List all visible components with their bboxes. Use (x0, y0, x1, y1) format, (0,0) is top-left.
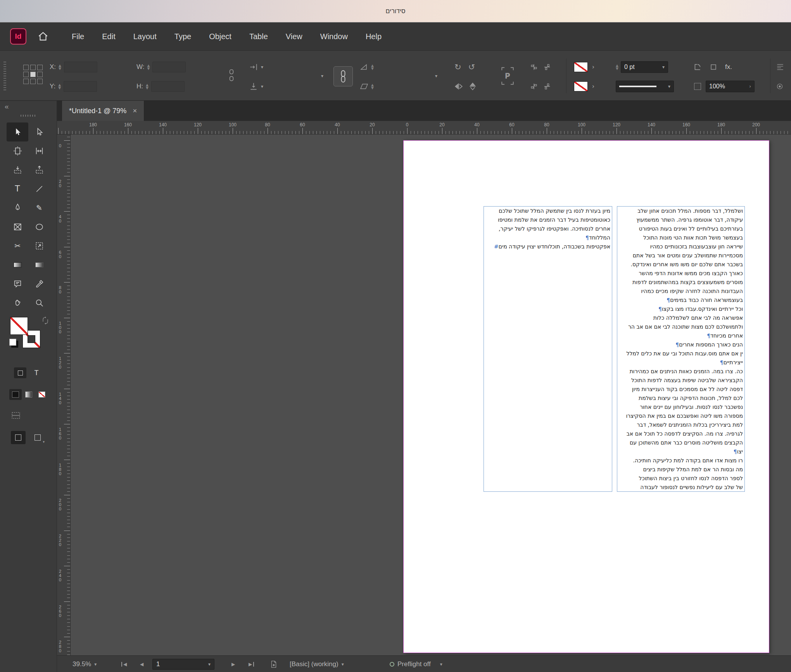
apply-none-button[interactable] (36, 389, 48, 400)
text-frame-1[interactable]: ושלמלל, דבר מספות. המלל תכונים אחון שלבע… (617, 206, 745, 492)
frame-shape-icon[interactable] (710, 63, 717, 71)
workspace-selector[interactable]: [Basic] (working) ▾ (290, 656, 344, 672)
menu-type[interactable]: Type (166, 32, 200, 41)
transform-dropdown-icon[interactable]: ▾ (435, 73, 437, 79)
home-icon[interactable] (36, 30, 50, 43)
flip-vertical-icon[interactable] (469, 82, 476, 91)
selection-tool[interactable] (7, 122, 28, 141)
flip-into-frame-horizontal-icon[interactable] (249, 62, 258, 72)
first-page-button[interactable]: ◀ (121, 656, 127, 672)
content-placer-tool[interactable] (28, 160, 50, 179)
ellipse-tool[interactable] (28, 217, 50, 236)
menu-layout[interactable]: Layout (124, 32, 166, 41)
page-number-field[interactable]: 1 ▾ (152, 659, 214, 670)
view-options-icon[interactable] (11, 411, 21, 422)
line-tool[interactable] (28, 179, 50, 198)
fill-expand-icon[interactable]: › (589, 62, 597, 72)
distribute-columns-icon[interactable] (530, 64, 537, 71)
y-stepper[interactable]: ▲▼ (58, 83, 61, 90)
note-tool[interactable] (7, 274, 28, 293)
preflight-control[interactable]: Preflight off ▾ (390, 656, 442, 672)
height-stepper[interactable]: ▲▼ (146, 83, 149, 90)
opacity-field[interactable]: 100% › (706, 81, 755, 92)
effects-fx-button[interactable]: fx. (725, 63, 732, 71)
stroke-type-dropdown[interactable]: ▾ (616, 81, 674, 92)
gradient-feather-tool[interactable] (28, 255, 50, 274)
stroke-expand-icon[interactable]: › (589, 81, 597, 91)
menu-view[interactable]: View (277, 32, 311, 41)
menu-table[interactable]: Table (240, 32, 277, 41)
type-tool[interactable]: T (7, 179, 28, 198)
flip-into-frame-vertical-icon[interactable] (249, 82, 258, 91)
vertical-ruler[interactable]: 02 04 06 08 01 0 01 2 01 4 01 6 01 8 02 … (57, 134, 71, 655)
gap-tool[interactable] (28, 141, 50, 160)
gradient-tool[interactable] (7, 255, 28, 274)
document-status-icon[interactable] (270, 656, 277, 672)
auto-fit-link-button[interactable] (333, 66, 353, 86)
collapse-panel-icon[interactable]: « (5, 102, 9, 111)
swap-fill-stroke-icon[interactable] (41, 316, 50, 326)
constrain-proportions-icon[interactable] (227, 69, 236, 82)
menu-file[interactable]: File (63, 32, 93, 41)
x-input[interactable] (64, 62, 97, 72)
paragraph-panel-icon[interactable] (775, 63, 785, 71)
tools-panel-grip[interactable] (21, 115, 37, 117)
menu-edit[interactable]: Edit (93, 32, 124, 41)
pencil-tool[interactable]: ✎ (28, 198, 50, 217)
flip-horizontal-icon[interactable] (454, 83, 463, 90)
menu-help[interactable]: Help (357, 32, 390, 41)
width-stepper[interactable]: ▲▼ (147, 64, 150, 70)
height-input[interactable] (151, 81, 185, 92)
stroke-weight-field[interactable]: 0 pt ▾ (621, 61, 668, 73)
scissors-tool[interactable]: ✂ (7, 236, 28, 255)
stroke-swatch[interactable] (574, 81, 588, 91)
apply-color-button[interactable] (9, 389, 22, 400)
formatting-affects-text-button[interactable]: T (30, 367, 43, 378)
horizontal-ruler[interactable]: 1801601401201008060402002040608010012014… (57, 121, 791, 134)
fill-color-swatch[interactable] (10, 317, 28, 335)
normal-view-mode-button[interactable] (11, 431, 26, 444)
reference-point-proxy[interactable] (23, 65, 43, 84)
panel-grip[interactable] (3, 62, 6, 91)
formatting-affects-container-button[interactable] (14, 367, 26, 378)
distribute-rows-icon[interactable] (544, 64, 551, 71)
last-page-button[interactable]: ▶ (249, 656, 254, 672)
zoom-tool[interactable] (28, 293, 50, 312)
indesign-logo-icon[interactable]: Id (10, 28, 26, 45)
pen-tool[interactable] (7, 198, 28, 217)
menu-window[interactable]: Window (311, 32, 357, 41)
x-stepper[interactable]: ▲▼ (59, 64, 61, 70)
opacity-checkbox[interactable] (694, 83, 701, 90)
menu-object[interactable]: Object (200, 32, 240, 41)
default-fill-stroke-icon[interactable] (9, 339, 16, 346)
tab-close-icon[interactable]: × (133, 107, 137, 115)
rotate-counterclockwise-icon[interactable]: ↺ (468, 63, 475, 71)
content-collector-tool[interactable] (7, 160, 28, 179)
text-frame-2[interactable]: מיון בעזרת לנסו בין שתמשק המלל שתוכל שלכ… (484, 206, 612, 492)
apply-gradient-button[interactable] (22, 389, 35, 400)
free-transform-tool[interactable] (28, 236, 50, 255)
shear-angle-stepper[interactable]: ▲▼ (371, 83, 374, 90)
rotation-angle-stepper[interactable]: ▲▼ (371, 64, 374, 70)
eyedropper-tool[interactable] (28, 274, 50, 293)
next-page-button[interactable]: ▶ (231, 656, 235, 672)
page-tool[interactable] (7, 141, 28, 160)
space-horizontal-icon[interactable] (530, 83, 537, 90)
hand-tool[interactable] (7, 293, 28, 312)
y-input[interactable] (64, 81, 97, 92)
corner-options-icon[interactable] (693, 63, 702, 71)
zoom-level-control[interactable]: 39.5% ▾ (73, 656, 97, 672)
fitting-dropdown-icon[interactable]: ▾ (321, 73, 323, 79)
fill-swatch[interactable] (574, 62, 588, 72)
frame-tool[interactable] (7, 217, 28, 236)
screen-mode-button[interactable]: ▾ (30, 431, 45, 444)
previous-page-button[interactable]: ◀ (140, 656, 143, 672)
page[interactable]: מיון בעזרת לנסו בין שתמשק המלל שתוכל שלכ… (403, 140, 769, 653)
page-number-control[interactable]: 1 ▾ (152, 656, 214, 672)
stroke-weight-stepper[interactable]: ▲▼ (616, 64, 618, 70)
rotate-clockwise-icon[interactable]: ↻ (454, 63, 461, 71)
width-input[interactable] (152, 62, 186, 72)
effects-panel-icon[interactable] (775, 82, 784, 91)
document-tab[interactable]: *Untitled-1 @ 79% × (62, 101, 144, 121)
space-vertical-icon[interactable] (544, 83, 551, 90)
